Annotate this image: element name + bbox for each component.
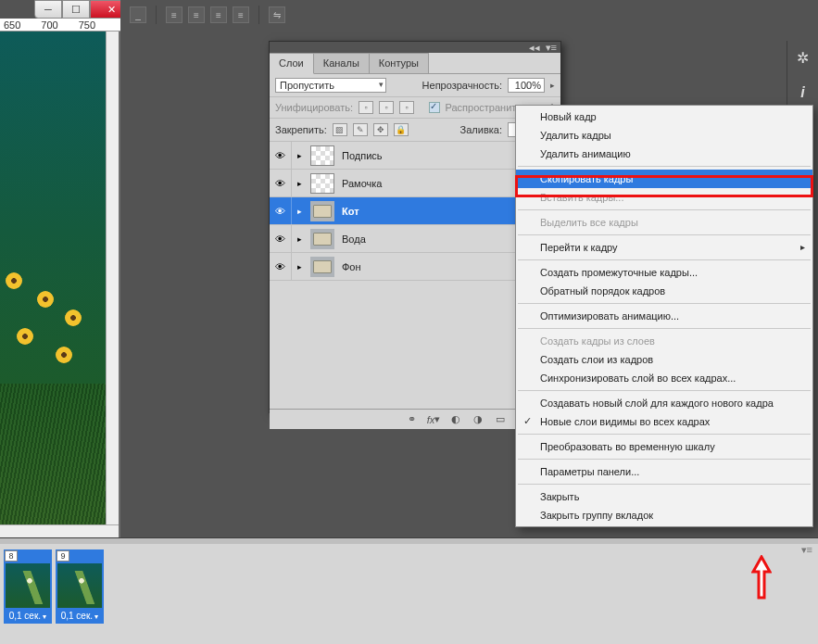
visibility-toggle[interactable]: 👁 xyxy=(270,253,292,280)
align-icon[interactable]: ≡ xyxy=(166,6,182,23)
animation-timeline: 7сек.80,1 сек.90,1 сек. ▾≡ xyxy=(0,537,818,644)
mask-icon[interactable]: ◐ xyxy=(447,412,464,427)
tab-layers[interactable]: Слои xyxy=(270,53,314,74)
panel-menu-icon[interactable]: ▾≡ xyxy=(546,42,557,54)
menu-item[interactable]: Синхронизировать слой во всех кадрах... xyxy=(516,369,812,387)
unify-label: Унифицировать: xyxy=(275,102,353,113)
navigator-icon[interactable]: ✲ xyxy=(797,49,809,67)
link-icon[interactable]: ⚭ xyxy=(403,412,420,427)
expand-toggle[interactable]: ▸ xyxy=(292,253,307,280)
menu-item[interactable]: Параметры панели... xyxy=(516,462,812,481)
frame-number: 8 xyxy=(5,550,18,562)
fill-label: Заливка: xyxy=(460,124,502,135)
info-icon[interactable]: i xyxy=(800,84,804,101)
tool-icon[interactable]: ⎯ xyxy=(130,6,146,23)
menu-item[interactable]: Создать слои из кадров xyxy=(516,350,812,369)
maximize-button[interactable]: ☐ xyxy=(62,0,90,19)
scrollbar-horizontal[interactable] xyxy=(0,524,119,537)
layer-thumbnail xyxy=(310,145,334,166)
layer-thumbnail xyxy=(310,257,334,277)
opacity-input[interactable]: 100% xyxy=(508,78,545,93)
align-icon[interactable]: ≡ xyxy=(188,6,205,23)
blend-mode-select[interactable]: Пропустить xyxy=(275,78,386,93)
menu-item[interactable]: Создавать новый слой для каждого нового … xyxy=(516,394,812,412)
panel-tabs: Слои Каналы Контуры xyxy=(270,53,560,74)
timeline-menu-icon[interactable]: ▾≡ xyxy=(801,544,812,556)
frame-delay[interactable]: 0,1 сек. xyxy=(56,608,104,624)
menu-item[interactable]: Скопировать кадры xyxy=(516,170,812,188)
lock-all-icon[interactable]: 🔒 xyxy=(394,123,409,136)
visibility-toggle[interactable]: 👁 xyxy=(270,170,292,196)
lock-position-icon[interactable]: ✥ xyxy=(373,123,388,136)
mirror-icon[interactable]: ⇋ xyxy=(269,6,285,23)
menu-item[interactable]: Закрыть группу вкладок xyxy=(516,506,812,524)
menu-item[interactable]: Закрыть xyxy=(516,487,812,506)
animation-panel-menu: Новый кадрУдалить кадрыУдалить анимациюС… xyxy=(515,105,813,527)
visibility-toggle[interactable]: 👁 xyxy=(270,197,292,224)
menu-item[interactable]: Создать промежуточные кадры... xyxy=(516,263,812,282)
menu-item[interactable]: Удалить анимацию xyxy=(516,145,812,163)
frame-thumbnail xyxy=(57,563,102,608)
opacity-label: Непрозрачность: xyxy=(422,80,502,91)
scrollbar-vertical[interactable] xyxy=(106,32,119,537)
visibility-toggle[interactable]: 👁 xyxy=(270,225,292,252)
adjustment-icon[interactable]: ◑ xyxy=(470,412,486,427)
collapse-icon[interactable]: ◂◂ xyxy=(529,42,540,54)
menu-item: Создать кадры из слоев xyxy=(516,332,812,350)
frame-number: 9 xyxy=(57,550,69,562)
expand-toggle[interactable]: ▸ xyxy=(292,197,307,224)
tab-channels[interactable]: Каналы xyxy=(314,53,370,73)
collapsed-panel-dock: ✲ i xyxy=(787,41,818,109)
layer-thumbnail xyxy=(310,229,334,249)
visibility-toggle[interactable]: 👁 xyxy=(270,142,292,169)
menu-item[interactable]: Новый кадр xyxy=(516,107,812,126)
layer-thumbnail xyxy=(310,173,334,194)
lock-pixels-icon[interactable]: ✎ xyxy=(353,123,368,136)
menu-item: Вставить кадры... xyxy=(516,188,812,207)
document-window xyxy=(0,32,120,537)
align-icon[interactable]: ≡ xyxy=(233,6,249,23)
animation-frame[interactable]: 90,1 сек. xyxy=(56,549,104,624)
menu-item: Выделить все кадры xyxy=(516,213,812,232)
menu-item[interactable]: Новые слои видимы во всех кадрах xyxy=(516,412,812,431)
window-controls: ─ ☐ ✕ xyxy=(34,0,132,19)
frames-strip: 7сек.80,1 сек.90,1 сек. xyxy=(0,544,818,624)
folder-icon[interactable]: ▭ xyxy=(492,412,509,427)
layer-name[interactable]: Подпись xyxy=(338,150,522,161)
unify-style-icon[interactable]: ▫ xyxy=(399,101,414,114)
tab-paths[interactable]: Контуры xyxy=(370,53,429,73)
ruler-horizontal: 650 700 750 xyxy=(0,19,122,32)
unify-visibility-icon[interactable]: ▫ xyxy=(379,101,394,114)
canvas[interactable] xyxy=(0,32,107,532)
expand-toggle[interactable]: ▸ xyxy=(292,170,307,196)
options-bar: ⎯ ≡ ≡ ≡ ≡ ⇋ xyxy=(130,6,285,24)
frame-delay[interactable]: 0,1 сек. xyxy=(4,608,52,624)
unify-position-icon[interactable]: ▫ xyxy=(359,101,373,114)
menu-item[interactable]: Преобразовать во временную шкалу xyxy=(516,437,812,456)
minimize-button[interactable]: ─ xyxy=(34,0,62,19)
menu-item[interactable]: Обратный порядок кадров xyxy=(516,282,812,300)
menu-item[interactable]: Перейти к кадру xyxy=(516,238,812,257)
layer-name[interactable]: Рамочка xyxy=(338,178,522,189)
frame-thumbnail xyxy=(6,563,50,608)
fx-icon[interactable]: fx▾ xyxy=(425,412,442,427)
propagate-checkbox[interactable] xyxy=(429,102,440,113)
lock-label: Закрепить: xyxy=(275,124,327,135)
layer-thumbnail xyxy=(310,201,334,221)
expand-toggle[interactable]: ▸ xyxy=(292,225,307,252)
align-icon[interactable]: ≡ xyxy=(210,6,227,23)
menu-item[interactable]: Удалить кадры xyxy=(516,126,812,145)
expand-toggle[interactable]: ▸ xyxy=(292,142,307,169)
menu-item[interactable]: Оптимизировать анимацию... xyxy=(516,307,812,325)
animation-frame[interactable]: 80,1 сек. xyxy=(4,549,52,624)
lock-transparency-icon[interactable]: ▨ xyxy=(333,123,347,136)
